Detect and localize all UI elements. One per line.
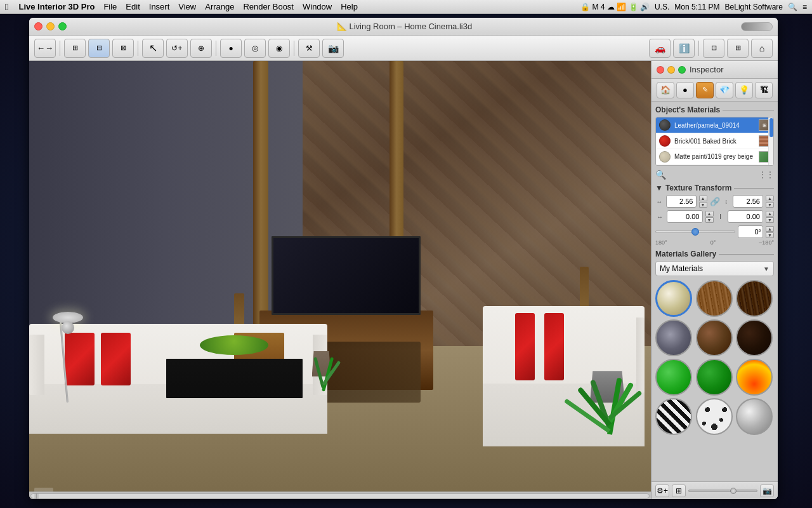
menu-window[interactable]: Window — [303, 2, 332, 11]
footer-zoom-slider[interactable] — [688, 488, 757, 494]
apple-menu[interactable]:  — [5, 1, 8, 12]
pillow-3 — [515, 313, 535, 380]
orbit-tool[interactable]: ↺+ — [166, 39, 188, 58]
camera-btn[interactable]: ⊠ — [112, 39, 134, 58]
materials-scrollbar-thumb — [769, 118, 773, 137]
menu-icon[interactable]: ≡ — [802, 3, 807, 11]
spot-light-btn[interactable]: ◎ — [244, 39, 266, 58]
material-item-1[interactable]: Leather/pamela_09014 ⊞ — [656, 117, 773, 133]
offset-y-down[interactable]: ▼ — [766, 217, 774, 223]
inspector-tool-gem[interactable]: 💎 — [716, 82, 733, 98]
menu-insert[interactable]: Insert — [149, 2, 170, 11]
angle-input[interactable] — [738, 225, 763, 238]
inspector-close[interactable] — [657, 66, 664, 74]
inspector-tool-build[interactable]: 🏗 — [755, 82, 773, 98]
texture-transform-header: ▼ Texture Transform — [655, 184, 774, 192]
dropdown-arrow-icon: ▼ — [763, 265, 769, 272]
3dview-btn[interactable]: ⊟ — [88, 39, 110, 58]
inspector-tool-house[interactable]: 🏠 — [657, 82, 674, 98]
gallery-item-brown[interactable] — [696, 319, 733, 356]
back-forward-btn[interactable]: ←→ — [34, 39, 56, 58]
offset-x-stepper[interactable]: ▲ ▼ — [705, 211, 714, 223]
filter-menu-icon[interactable]: ⋮⋮ — [759, 170, 774, 179]
offset-y-input[interactable] — [728, 210, 764, 223]
angle-stepper[interactable]: ▲ ▼ — [766, 226, 774, 238]
inspector-minimize[interactable] — [667, 66, 675, 74]
gallery-item-green[interactable] — [655, 359, 692, 396]
gallery-item-spots[interactable] — [696, 398, 733, 435]
sun-light-btn[interactable]: ◉ — [268, 39, 290, 58]
angle-slider[interactable] — [655, 227, 735, 236]
offset-y-stepper[interactable]: ▲ ▼ — [766, 211, 774, 223]
gallery-item-stone[interactable] — [655, 319, 692, 356]
scale-v-label: ↕ — [723, 198, 731, 205]
footer-grid-btn[interactable]: ⊞ — [672, 485, 686, 497]
viewport[interactable]: ||| — [29, 61, 651, 499]
gallery-item-zebra[interactable] — [655, 398, 692, 435]
link-icon: 🔗 — [710, 197, 720, 206]
angle-down[interactable]: ▼ — [766, 232, 774, 238]
offset-x-down[interactable]: ▼ — [705, 217, 714, 223]
viewhouse-btn[interactable]: ⌂ — [751, 39, 773, 58]
menu-help[interactable]: Help — [341, 2, 358, 11]
move-tool[interactable]: ⊕ — [190, 39, 212, 58]
scale-x-input[interactable] — [666, 195, 697, 208]
menubar-right: 🔒 M 4 ☁ 📶 🔋 🔊 U.S. Mon 5:11 PM BeLight S… — [580, 3, 807, 11]
app-name[interactable]: Live Interior 3D Pro — [18, 2, 95, 11]
select-tool[interactable]: ↖ — [142, 39, 164, 58]
render-btn[interactable]: 🚗 — [649, 39, 671, 58]
floorplan-btn[interactable]: ⊞ — [64, 39, 86, 58]
gallery-item-metal[interactable] — [736, 398, 773, 435]
menu-edit[interactable]: Edit — [126, 2, 140, 11]
gallery-item-darkwood[interactable] — [736, 280, 773, 317]
material-item-2[interactable]: Brick/001 Baked Brick — [656, 133, 773, 149]
gallery-item-fire[interactable] — [736, 359, 773, 396]
offset-y-up[interactable]: ▲ — [766, 211, 774, 217]
scale-y-input[interactable] — [733, 195, 763, 208]
menu-arrange[interactable]: Arrange — [205, 2, 234, 11]
viewhome-btn[interactable]: ⊞ — [727, 39, 749, 58]
offset-x-input[interactable] — [667, 210, 703, 223]
inspector-tool-material[interactable]: ✎ — [696, 82, 714, 98]
scale-y-stepper[interactable]: ▲ ▼ — [766, 196, 774, 208]
inspector-content[interactable]: Object's Materials Leather/pamela_09014 … — [652, 102, 778, 481]
angle-labels: 180° 0° –180° — [655, 239, 774, 246]
material-item-3[interactable]: Matte paint/1019 grey beige — [656, 149, 773, 165]
inspector-tool-object[interactable]: ● — [676, 82, 694, 98]
search-icon[interactable]: 🔍 — [788, 3, 797, 11]
angle-up[interactable]: ▲ — [766, 226, 774, 232]
gallery-item-darkbrown[interactable] — [736, 319, 773, 356]
info-btn[interactable]: ℹ️ — [673, 39, 695, 58]
view2d-btn[interactable]: ⊡ — [703, 39, 724, 58]
screenshot-btn[interactable]: 📷 — [322, 39, 344, 58]
menu-view[interactable]: View — [178, 2, 196, 11]
footer-settings-btn[interactable]: ⚙+ — [655, 485, 669, 497]
minimize-button[interactable] — [46, 22, 55, 30]
filter-icon[interactable]: 🔍 — [655, 170, 666, 180]
maximize-button[interactable] — [58, 22, 67, 30]
inspector-tool-light[interactable]: 💡 — [735, 82, 753, 98]
close-button[interactable] — [34, 22, 43, 30]
gallery-item-cream[interactable] — [655, 280, 692, 317]
scale-y-up[interactable]: ▲ — [766, 196, 774, 201]
offset-x-up[interactable]: ▲ — [705, 211, 714, 217]
scale-x-down[interactable]: ▼ — [699, 202, 707, 208]
gallery-item-wood[interactable] — [696, 280, 733, 317]
menu-file[interactable]: File — [103, 2, 117, 11]
scale-x-up[interactable]: ▲ — [699, 196, 707, 201]
angle-thumb — [691, 228, 699, 236]
menu-render[interactable]: Render Boost — [243, 2, 294, 11]
scale-y-down[interactable]: ▼ — [766, 202, 774, 208]
dimension-btn[interactable]: ⚒ — [298, 39, 320, 58]
materials-dropdown[interactable]: My Materials ▼ — [655, 261, 774, 276]
viewport-scrollbar-bottom[interactable]: ||| — [29, 491, 651, 499]
materials-list: Leather/pamela_09014 ⊞ Brick/001 Baked B… — [655, 117, 774, 166]
content-area: ||| Inspector 🏠 ● ✎ 💎 💡 — [29, 61, 778, 499]
scene — [29, 61, 651, 499]
materials-scrollbar[interactable] — [768, 117, 773, 165]
point-light-btn[interactable]: ● — [220, 39, 242, 58]
inspector-maximize[interactable] — [678, 66, 686, 74]
scale-x-stepper[interactable]: ▲ ▼ — [699, 196, 707, 208]
footer-photo-btn[interactable]: 📷 — [760, 485, 774, 497]
gallery-item-darkgreen[interactable] — [696, 359, 733, 396]
